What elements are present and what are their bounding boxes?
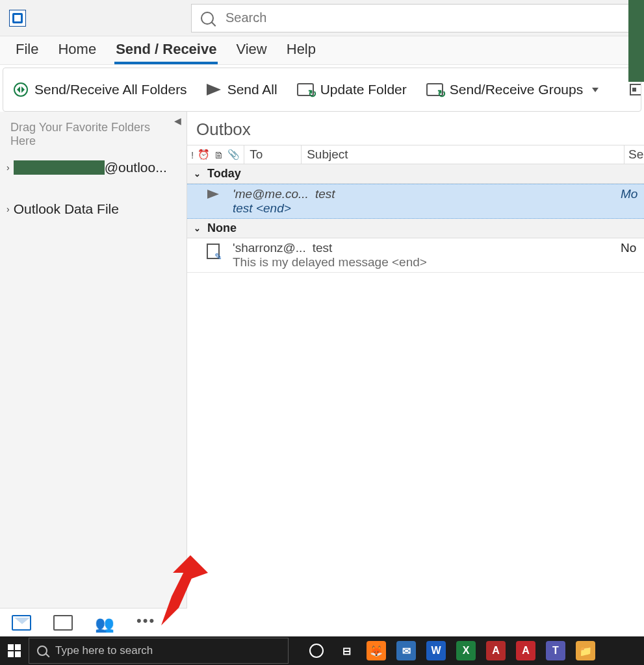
calendar-icon[interactable] — [53, 615, 73, 631]
taskview-icon[interactable]: ⊟ — [337, 641, 356, 660]
tab-home[interactable]: Home — [57, 37, 97, 64]
message-row[interactable]: 'me@me.co... test test <end> Mo — [187, 184, 644, 219]
message-body: 'sharronz@... test This is my delayed me… — [233, 241, 621, 270]
message-date: Mo — [621, 187, 640, 216]
more-icon[interactable]: ••• — [136, 615, 156, 631]
windows-taskbar: Type here to search ⊟ 🦊 ✉ W X A A T 📁 — [0, 636, 644, 665]
group-label: None — [207, 221, 237, 235]
search-icon — [37, 646, 47, 656]
message-subject: test — [315, 187, 335, 201]
people-icon[interactable]: 👥 — [95, 615, 114, 631]
message-row[interactable]: 'sharronz@... test This is my delayed me… — [187, 238, 644, 273]
col-sent[interactable]: Ser — [625, 145, 644, 164]
send-receive-all-button[interactable]: Send/Receive All Folders — [10, 79, 191, 100]
acrobat-icon[interactable]: A — [516, 641, 535, 660]
redacted-account-name — [14, 160, 105, 175]
group-header[interactable]: ⌄ Today — [187, 164, 644, 184]
search-box[interactable]: Search — [191, 4, 644, 32]
windows-logo-icon — [8, 644, 21, 657]
taskbar-apps: ⊟ 🦊 ✉ W X A A T 📁 — [307, 641, 595, 660]
message-body: 'me@me.co... test test <end> — [233, 187, 621, 216]
ribbon: Send/Receive All Folders Send All Update… — [3, 68, 641, 112]
send-receive-all-label: Send/Receive All Folders — [34, 82, 187, 97]
start-button[interactable] — [0, 636, 29, 665]
cortana-icon[interactable] — [307, 641, 326, 660]
message-preview: This is my delayed message <end> — [233, 255, 621, 270]
redaction-block — [628, 0, 644, 82]
favorites-drop-hint: Drag Your Favorite Folders Here — [0, 112, 187, 153]
message-list: Outbox ! ⏰ 🗎 📎 To Subject Ser ⌄ Today 'm… — [187, 112, 644, 608]
group-header[interactable]: ⌄ None — [187, 219, 644, 238]
nav-shortcuts: 👥 ••• — [0, 608, 187, 636]
folder-groups-icon — [426, 83, 443, 96]
progress-icon — [630, 84, 641, 95]
item-icon[interactable]: 🗎 — [214, 149, 224, 160]
message-to: 'sharronz@... — [233, 241, 306, 255]
attachment-icon[interactable]: 📎 — [227, 149, 240, 160]
folder-refresh-icon — [297, 83, 314, 96]
chevron-down-icon: ⌄ — [194, 223, 201, 233]
expand-icon[interactable]: › — [6, 204, 10, 214]
word-icon[interactable]: W — [426, 641, 446, 660]
excel-icon[interactable]: X — [456, 641, 476, 660]
menu-bar: File Home Send / Receive View Help — [0, 36, 644, 65]
send-icon — [207, 190, 219, 199]
mail-icon[interactable] — [12, 615, 31, 631]
send-icon — [207, 84, 221, 95]
message-type-icon — [194, 187, 233, 216]
tab-view[interactable]: View — [235, 37, 268, 64]
message-subject: test — [313, 241, 333, 255]
sr-groups-button[interactable]: Send/Receive Groups — [422, 79, 602, 100]
column-headers[interactable]: ! ⏰ 🗎 📎 To Subject Ser — [187, 145, 644, 164]
send-all-label: Send All — [227, 82, 277, 97]
update-folder-label: Update Folder — [320, 82, 407, 97]
explorer-icon[interactable]: 📁 — [576, 641, 595, 660]
account-node[interactable]: › @outloo... — [0, 153, 187, 182]
importance-icon[interactable]: ! — [191, 149, 194, 160]
folder-pane: ◀ Drag Your Favorite Folders Here › @out… — [0, 112, 187, 608]
message-date: No — [621, 241, 640, 270]
tab-send-receive[interactable]: Send / Receive — [114, 37, 218, 64]
message-to: 'me@me.co... — [233, 187, 309, 201]
col-subject[interactable]: Subject — [302, 145, 625, 164]
taskbar-search-placeholder: Type here to search — [55, 644, 153, 657]
update-folder-button[interactable]: Update Folder — [293, 79, 411, 100]
chevron-down-icon — [592, 88, 599, 92]
firefox-icon[interactable]: 🦊 — [367, 641, 386, 660]
taskbar-search[interactable]: Type here to search — [29, 638, 289, 664]
collapse-pane-icon[interactable]: ◀ — [174, 116, 181, 126]
search-icon — [201, 12, 214, 25]
tab-file[interactable]: File — [14, 37, 40, 64]
outlook-logo-icon — [9, 10, 26, 27]
chevron-down-icon: ⌄ — [194, 169, 201, 179]
search-placeholder: Search — [225, 10, 266, 25]
mail-app-icon[interactable]: ✉ — [396, 641, 416, 660]
access-icon[interactable]: A — [486, 641, 506, 660]
message-preview: test <end> — [233, 201, 621, 216]
tab-help[interactable]: Help — [285, 37, 317, 64]
refresh-icon — [14, 82, 28, 97]
main-area: ◀ Drag Your Favorite Folders Here › @out… — [0, 112, 644, 608]
folder-title: Outbox — [187, 112, 644, 145]
data-file-label: Outlook Data File — [14, 201, 119, 217]
teams-icon[interactable]: T — [546, 641, 565, 660]
data-file-node[interactable]: › Outlook Data File — [0, 195, 187, 223]
show-progress-button[interactable]: Sho — [626, 79, 641, 100]
col-to[interactable]: To — [244, 145, 302, 164]
reminder-icon[interactable]: ⏰ — [198, 149, 210, 160]
send-all-button[interactable]: Send All — [203, 79, 281, 100]
expand-icon[interactable]: › — [6, 162, 10, 173]
sr-groups-label: Send/Receive Groups — [450, 82, 583, 97]
col-icons[interactable]: ! ⏰ 🗎 📎 — [187, 145, 244, 164]
message-type-icon — [194, 241, 233, 270]
title-bar: Search — [0, 0, 644, 36]
account-suffix: @outloo... — [105, 160, 167, 175]
group-label: Today — [207, 167, 241, 181]
draft-icon — [207, 244, 220, 259]
